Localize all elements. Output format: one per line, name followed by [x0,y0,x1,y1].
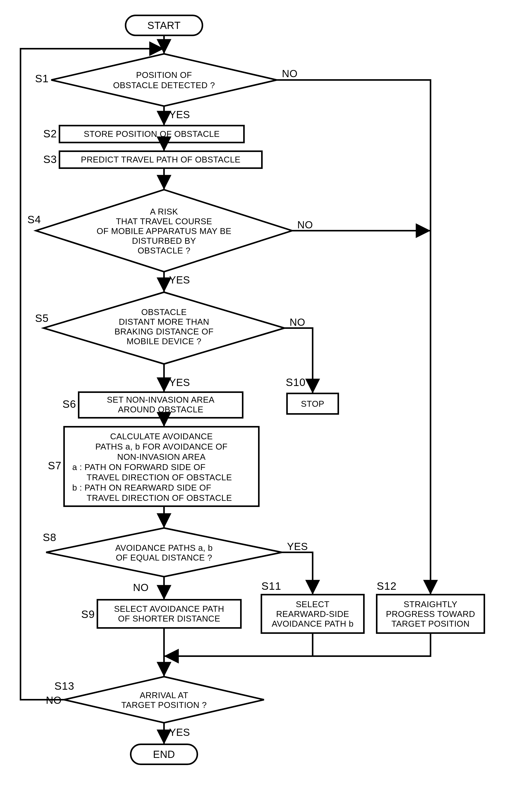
svg-text:NO: NO [133,582,149,593]
svg-text:A RISK: A RISK [150,207,178,216]
svg-text:OBSTACLE ?: OBSTACLE ? [138,246,190,255]
svg-text:STOP: STOP [301,399,324,409]
svg-text:SELECT AVOIDANCE PATH: SELECT AVOIDANCE PATH [114,604,224,613]
svg-text:SELECT: SELECT [296,600,329,609]
svg-text:S7: S7 [48,459,61,472]
svg-text:NO: NO [282,68,298,79]
end-terminator: END [131,744,197,764]
svg-text:CALCULATE AVOIDANCE: CALCULATE AVOIDANCE [110,432,213,441]
svg-text:PREDICT TRAVEL PATH OF OBSTACL: PREDICT TRAVEL PATH OF OBSTACLE [81,155,240,164]
svg-text:END: END [153,749,175,760]
s3-process: S3 PREDICT TRAVEL PATH OF OBSTACLE [43,151,262,168]
svg-text:S2: S2 [43,128,57,140]
svg-text:S8: S8 [43,531,56,543]
svg-text:OF EQUAL DISTANCE ?: OF EQUAL DISTANCE ? [116,553,212,562]
svg-text:S13: S13 [54,680,74,692]
svg-text:NO: NO [297,219,313,230]
svg-text:POSITION OF: POSITION OF [136,70,192,80]
svg-marker-2 [51,54,277,106]
svg-text:S12: S12 [377,580,397,592]
svg-text:PROGRESS TOWARD: PROGRESS TOWARD [386,609,475,619]
svg-text:a : PATH ON FORWARD SIDE OF: a : PATH ON FORWARD SIDE OF [72,462,206,472]
svg-text:AVOIDANCE PATH b: AVOIDANCE PATH b [272,619,354,628]
svg-text:TARGET POSITION ?: TARGET POSITION ? [121,700,207,710]
svg-text:STORE POSITION OF OBSTACLE: STORE POSITION OF OBSTACLE [84,129,220,139]
svg-text:OBSTACLE DETECTED ?: OBSTACLE DETECTED ? [113,80,215,90]
svg-text:S9: S9 [81,608,95,620]
s7-process: S7 CALCULATE AVOIDANCE PATHS a, b FOR AV… [48,427,259,506]
svg-text:YES: YES [169,274,190,285]
svg-text:OF SHORTER DISTANCE: OF SHORTER DISTANCE [118,614,221,623]
svg-text:b : PATH ON REARWARD SIDE OF: b : PATH ON REARWARD SIDE OF [72,483,211,492]
svg-text:AVOIDANCE PATHS a, b: AVOIDANCE PATHS a, b [115,543,213,552]
svg-text:S4: S4 [27,213,41,226]
svg-text:NO: NO [289,317,305,328]
start-terminator: START [126,15,203,35]
s9-process: S9 SELECT AVOIDANCE PATH OF SHORTER DIST… [81,600,241,628]
s2-process: S2 STORE POSITION OF OBSTACLE [43,126,244,143]
svg-text:THAT TRAVEL COURSE: THAT TRAVEL COURSE [116,216,212,226]
svg-text:AROUND OBSTACLE: AROUND OBSTACLE [118,405,203,414]
svg-text:TRAVEL DIRECTION OF OBSTACLE: TRAVEL DIRECTION OF OBSTACLE [87,473,232,482]
svg-text:YES: YES [169,726,190,738]
s1-decision: S1 POSITION OF OBSTACLE DETECTED ? YES N… [35,54,298,120]
svg-text:S10: S10 [286,376,306,388]
svg-text:NON-INVASION AREA: NON-INVASION AREA [117,452,206,461]
svg-text:YES: YES [169,377,190,388]
svg-text:S11: S11 [261,580,281,592]
svg-text:PATHS a, b FOR AVOIDANCE OF: PATHS a, b FOR AVOIDANCE OF [95,442,228,451]
svg-text:START: START [147,20,180,31]
svg-text:SET NON-INVASION AREA: SET NON-INVASION AREA [107,395,214,404]
svg-text:DISTURBED BY: DISTURBED BY [132,236,196,246]
svg-text:YES: YES [287,541,308,552]
svg-text:OBSTACLE: OBSTACLE [141,307,187,317]
svg-text:DISTANT MORE THAN: DISTANT MORE THAN [119,317,209,326]
flowchart: START S1 POSITION OF OBSTACLE DETECTED ?… [0,0,532,793]
svg-text:S1: S1 [35,73,49,84]
svg-text:OF MOBILE APPARATUS MAY BE: OF MOBILE APPARATUS MAY BE [97,226,231,236]
s4-decision: S4 A RISK THAT TRAVEL COURSE OF MOBILE A… [27,190,313,285]
svg-text:STRAIGHTLY: STRAIGHTLY [404,600,457,609]
svg-text:BRAKING DISTANCE OF: BRAKING DISTANCE OF [115,327,214,336]
s5-decision: S5 OBSTACLE DISTANT MORE THAN BRAKING DI… [35,292,305,388]
svg-text:MOBILE DEVICE ?: MOBILE DEVICE ? [127,337,202,346]
s13-decision: S13 NO ARRIVAL AT TARGET POSITION ? YES [46,677,264,738]
svg-text:S3: S3 [43,153,57,165]
svg-text:ARRIVAL AT: ARRIVAL AT [140,691,188,700]
svg-text:TARGET POSITION: TARGET POSITION [391,619,470,628]
svg-text:S6: S6 [62,398,76,410]
svg-text:REARWARD-SIDE: REARWARD-SIDE [276,609,349,619]
svg-text:TRAVEL DIRECTION OF OBSTACLE: TRAVEL DIRECTION OF OBSTACLE [87,493,232,503]
svg-text:S5: S5 [35,312,49,324]
s6-process: S6 SET NON-INVASION AREA AROUND OBSTACLE [62,392,243,418]
svg-text:YES: YES [169,109,190,120]
